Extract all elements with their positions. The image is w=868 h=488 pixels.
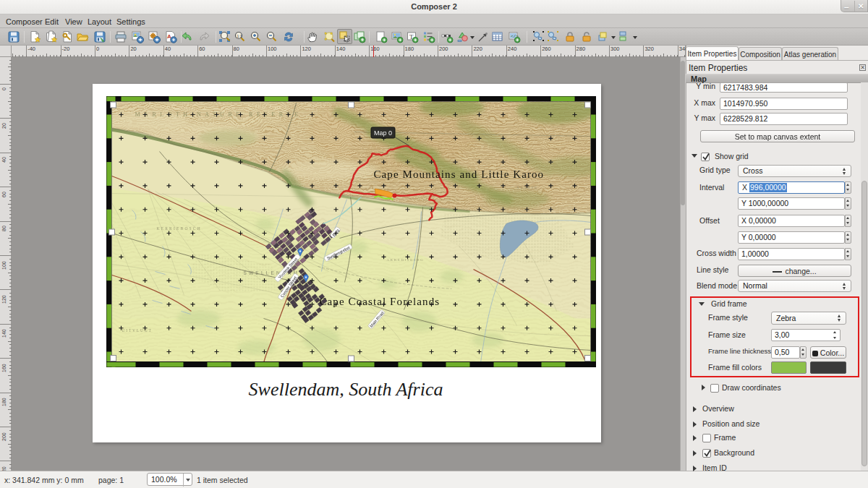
svg-text:Map 0: Map 0 xyxy=(374,129,392,137)
svg-text:1:1: 1:1 xyxy=(237,34,242,38)
svg-text:Cape Mountains and Little Karo: Cape Mountains and Little Karoo xyxy=(374,168,545,180)
svg-text:Cape Coastal Forelands: Cape Coastal Forelands xyxy=(320,296,441,307)
svg-text:SWELLENDAM: SWELLENDAM xyxy=(244,270,300,275)
svg-text:AKKEDISBERG: AKKEDISBERG xyxy=(387,258,425,262)
svg-text:UITVLUGT: UITVLUGT xyxy=(122,328,153,333)
svg-text:KERRIEBOSCH: KERRIEBOSCH xyxy=(157,226,202,231)
